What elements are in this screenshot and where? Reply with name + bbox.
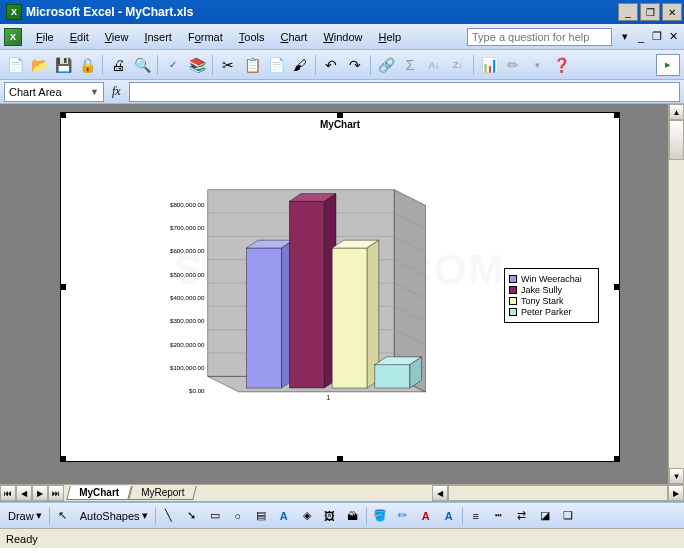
horizontal-scrollbar[interactable]: ◀ ▶ — [432, 485, 684, 501]
bar-series-1[interactable] — [247, 240, 294, 388]
dash-style-button[interactable]: ┅ — [489, 506, 509, 526]
minimize-button[interactable]: _ — [618, 3, 638, 21]
scroll-right-button[interactable]: ▶ — [668, 485, 684, 501]
legend-item[interactable]: Tony Stark — [509, 296, 594, 306]
cut-button[interactable]: ✂ — [217, 54, 239, 76]
spelling-button[interactable]: ✓ — [162, 54, 184, 76]
chart-legend[interactable]: Win Weerachai Jake Sully Tony Stark Pete… — [504, 268, 599, 323]
new-button[interactable]: 📄 — [4, 54, 26, 76]
font-color2-button[interactable]: A — [439, 506, 459, 526]
zoom-dropdown[interactable]: ▾ — [526, 54, 548, 76]
scroll-up-button[interactable]: ▲ — [669, 104, 684, 120]
diagram-button[interactable]: ◈ — [297, 506, 317, 526]
print-button[interactable]: 🖨 — [107, 54, 129, 76]
menu-help[interactable]: Help — [371, 28, 410, 46]
textbox-button[interactable]: ▤ — [251, 506, 271, 526]
font-color-button[interactable]: A — [416, 506, 436, 526]
mdi-minimize-button[interactable]: ▾ — [618, 30, 632, 44]
toolbar-options-button[interactable]: ▸ — [656, 54, 680, 76]
mdi-restore-icon[interactable]: ❐ — [650, 30, 664, 44]
legend-item[interactable]: Jake Sully — [509, 285, 594, 295]
copy-button[interactable]: 📋 — [241, 54, 263, 76]
chart-plot-area[interactable]: $0.00 $100,000.00 $200,000.00 $300,000.0… — [161, 143, 441, 423]
scroll-thumb[interactable] — [669, 120, 684, 160]
tab-nav-prev[interactable]: ◀ — [16, 485, 32, 501]
resize-handle[interactable] — [337, 112, 343, 118]
resize-handle[interactable] — [614, 456, 620, 462]
line-style-button[interactable]: ≡ — [466, 506, 486, 526]
tab-nav-first[interactable]: ⏮ — [0, 485, 16, 501]
bar-series-4[interactable] — [375, 357, 422, 388]
name-box[interactable]: Chart Area ▼ — [4, 82, 104, 102]
fx-button[interactable]: fx — [112, 84, 121, 99]
line-button[interactable]: ╲ — [159, 506, 179, 526]
menu-tools[interactable]: Tools — [231, 28, 273, 46]
menu-edit[interactable]: Edit — [62, 28, 97, 46]
arrow-button[interactable]: ➘ — [182, 506, 202, 526]
bar-series-2[interactable] — [289, 194, 336, 388]
close-button[interactable]: ✕ — [662, 3, 682, 21]
menu-window[interactable]: Window — [315, 28, 370, 46]
resize-handle[interactable] — [337, 456, 343, 462]
format-painter-button[interactable]: 🖌 — [289, 54, 311, 76]
mdi-minimize-icon[interactable]: _ — [634, 30, 648, 44]
legend-item[interactable]: Peter Parker — [509, 307, 594, 317]
shadow-button[interactable]: ◪ — [535, 506, 555, 526]
resize-handle[interactable] — [60, 112, 66, 118]
line-color-button[interactable]: ✏ — [393, 506, 413, 526]
help-search-input[interactable] — [467, 28, 612, 46]
sort-asc-button[interactable]: A↓ — [423, 54, 445, 76]
hyperlink-button[interactable]: 🔗 — [375, 54, 397, 76]
drawing-button[interactable]: ✏ — [502, 54, 524, 76]
legend-item[interactable]: Win Weerachai — [509, 274, 594, 284]
undo-button[interactable]: ↶ — [320, 54, 342, 76]
rectangle-button[interactable]: ▭ — [205, 506, 225, 526]
3d-button[interactable]: ❏ — [558, 506, 578, 526]
menu-chart[interactable]: Chart — [272, 28, 315, 46]
autoshapes-menu[interactable]: AutoShapes ▾ — [76, 507, 152, 524]
arrow-style-button[interactable]: ⇄ — [512, 506, 532, 526]
resize-handle[interactable] — [614, 284, 620, 290]
scroll-track[interactable] — [448, 485, 668, 501]
picture-button[interactable]: 🏔 — [343, 506, 363, 526]
name-box-dropdown-icon[interactable]: ▼ — [90, 87, 99, 97]
formula-bar[interactable] — [129, 82, 680, 102]
fill-color-button[interactable]: 🪣 — [370, 506, 390, 526]
chart-object[interactable]: MyChart SHOTDEV.COM — [60, 112, 620, 462]
permission-button[interactable]: 🔒 — [76, 54, 98, 76]
chart-wizard-button[interactable]: 📊 — [478, 54, 500, 76]
resize-handle[interactable] — [60, 456, 66, 462]
sheet-tab-myreport[interactable]: MyReport — [128, 486, 197, 500]
paste-button[interactable]: 📄 — [265, 54, 287, 76]
oval-button[interactable]: ○ — [228, 506, 248, 526]
open-button[interactable]: 📂 — [28, 54, 50, 76]
scroll-left-button[interactable]: ◀ — [432, 485, 448, 501]
autosum-button[interactable]: Σ — [399, 54, 421, 76]
resize-handle[interactable] — [60, 284, 66, 290]
menu-format[interactable]: Format — [180, 28, 231, 46]
clipart-button[interactable]: 🖼 — [320, 506, 340, 526]
legend-swatch-icon — [509, 308, 517, 316]
bar-series-3[interactable] — [332, 240, 379, 388]
chart-title[interactable]: MyChart — [61, 119, 619, 130]
sheet-tab-mychart[interactable]: MyChart — [66, 486, 132, 500]
resize-handle[interactable] — [614, 112, 620, 118]
save-button[interactable]: 💾 — [52, 54, 74, 76]
tab-nav-next[interactable]: ▶ — [32, 485, 48, 501]
sort-desc-button[interactable]: Z↓ — [447, 54, 469, 76]
menu-view[interactable]: View — [97, 28, 137, 46]
select-objects-button[interactable]: ↖ — [53, 506, 73, 526]
mdi-close-icon[interactable]: ✕ — [666, 30, 680, 44]
redo-button[interactable]: ↷ — [344, 54, 366, 76]
research-button[interactable]: 📚 — [186, 54, 208, 76]
print-preview-button[interactable]: 🔍 — [131, 54, 153, 76]
restore-button[interactable]: ❐ — [640, 3, 660, 21]
menu-file[interactable]: File — [28, 28, 62, 46]
menu-insert[interactable]: Insert — [136, 28, 180, 46]
help-button[interactable]: ❓ — [550, 54, 572, 76]
wordart-button[interactable]: A — [274, 506, 294, 526]
tab-nav-last[interactable]: ⏭ — [48, 485, 64, 501]
draw-menu[interactable]: Draw ▾ — [4, 507, 46, 524]
scroll-down-button[interactable]: ▼ — [669, 468, 684, 484]
vertical-scrollbar[interactable]: ▲ ▼ — [668, 104, 684, 484]
